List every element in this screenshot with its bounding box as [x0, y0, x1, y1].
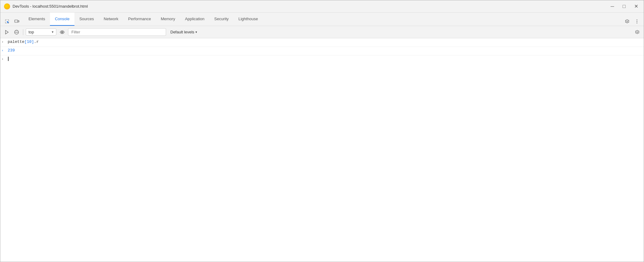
tab-performance[interactable]: Performance — [123, 13, 156, 26]
prompt-arrow: › — [2, 57, 8, 61]
tab-security[interactable]: Security — [209, 13, 233, 26]
more-icon — [635, 19, 639, 24]
entry-return-arrow[interactable]: ‹ — [2, 49, 8, 52]
title-bar: DevTools - localhost:5501/mandelbrot.htm… — [0, 0, 644, 13]
tab-application[interactable]: Application — [180, 13, 210, 26]
tab-network[interactable]: Network — [99, 13, 123, 26]
settings-icon — [625, 19, 630, 24]
tab-lighthouse[interactable]: Lighthouse — [233, 13, 263, 26]
inspect-icon — [5, 19, 9, 24]
window-title: DevTools - localhost:5501/mandelbrot.htm… — [13, 4, 609, 9]
eye-icon — [60, 30, 65, 35]
maximize-button[interactable]: □ — [621, 3, 627, 9]
execute-icon — [4, 30, 9, 35]
context-selector[interactable]: top ▾ — [26, 28, 56, 36]
console-prompt-line[interactable]: › — [0, 55, 644, 64]
console-toolbar: top ▾ Default levels ▾ — [0, 26, 644, 38]
console-settings-icon — [635, 30, 640, 35]
main-tabs: Elements Console Sources Network Perform… — [24, 13, 623, 26]
more-options-button[interactable] — [633, 17, 641, 26]
clear-console-button[interactable] — [13, 28, 21, 36]
entry-text-input: palette[10].r — [8, 40, 641, 44]
levels-label: Default levels — [170, 30, 194, 34]
live-expressions-button[interactable] — [58, 28, 66, 36]
device-toolbar-button[interactable] — [13, 17, 21, 26]
cursor — [8, 57, 9, 61]
svg-rect-1 — [18, 21, 19, 22]
tab-bar-right-controls — [623, 17, 641, 26]
svg-point-3 — [637, 20, 637, 20]
window-controls: ─ □ ✕ — [609, 3, 640, 9]
svg-point-9 — [62, 32, 63, 32]
toolbar-right — [633, 28, 641, 36]
console-entry-input: › palette[10].r — [0, 38, 644, 47]
execute-button[interactable] — [3, 28, 11, 36]
tab-elements[interactable]: Elements — [24, 13, 50, 26]
entry-expand-arrow[interactable]: › — [2, 40, 8, 44]
svg-marker-6 — [6, 30, 8, 34]
svg-point-5 — [637, 23, 637, 23]
devtools-window: DevTools - localhost:5501/mandelbrot.htm… — [0, 0, 644, 262]
context-value: top — [28, 30, 50, 34]
svg-point-2 — [16, 21, 17, 21]
device-icon — [14, 19, 19, 24]
log-levels-button[interactable]: Default levels ▾ — [168, 28, 199, 36]
svg-point-4 — [637, 21, 637, 22]
clear-icon — [14, 30, 19, 35]
console-cursor — [8, 57, 9, 61]
tab-memory[interactable]: Memory — [156, 13, 180, 26]
tab-bar-left-controls — [3, 17, 21, 26]
console-output: › palette[10].r ‹ 239 › — [0, 38, 644, 262]
minimize-button[interactable]: ─ — [609, 3, 616, 9]
tab-bar: Elements Console Sources Network Perform… — [0, 13, 644, 26]
toolbar-divider — [23, 29, 23, 35]
entry-bracket-index: [10] — [25, 40, 34, 44]
tab-console[interactable]: Console — [50, 13, 74, 26]
filter-input[interactable] — [68, 28, 166, 36]
close-button[interactable]: ✕ — [632, 3, 640, 9]
context-dropdown-arrow: ▾ — [52, 30, 54, 34]
console-settings-button[interactable] — [633, 28, 641, 36]
devtools-settings-button[interactable] — [623, 17, 631, 26]
entry-text-output: 239 — [8, 48, 641, 53]
console-entry-output: ‹ 239 — [0, 47, 644, 55]
levels-arrow: ▾ — [195, 30, 197, 34]
inspect-element-button[interactable] — [3, 17, 11, 26]
app-icon — [4, 3, 10, 9]
tab-sources[interactable]: Sources — [74, 13, 99, 26]
